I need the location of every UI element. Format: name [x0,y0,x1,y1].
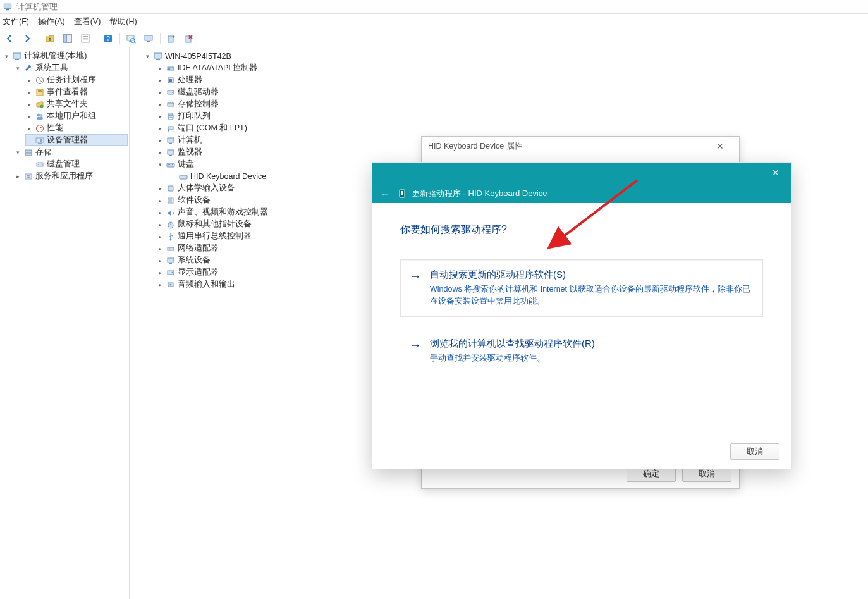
tree-shared-folders[interactable]: ▸ 共享文件夹 [25,98,128,110]
network-adapter-icon [166,244,176,254]
properties-titlebar[interactable]: HID Keyboard Device 属性 ✕ [422,137,739,156]
device-category[interactable]: ▸磁盘驱动器 [156,86,867,98]
expand-icon[interactable]: ▸ [25,89,33,96]
collapse-icon[interactable]: ▾ [3,52,10,60]
svg-rect-66 [169,248,170,249]
wizard-option-auto-search[interactable]: → 自动搜索更新的驱动程序软件(S) Windows 将搜索你的计算机和 Int… [400,259,763,317]
expand-icon[interactable]: ▸ [156,245,164,252]
expand-icon[interactable]: ▸ [156,113,164,120]
tree-label: HID Keyboard Device [190,172,266,181]
tree-device-manager[interactable]: · 设备管理器 [25,134,128,146]
device-category[interactable]: ▸处理器 [156,74,867,86]
tree-task-scheduler[interactable]: ▸ 任务计划程序 [25,74,128,86]
menu-view[interactable]: 查看(V) [74,16,101,27]
expand-icon[interactable]: ▸ [156,281,164,288]
expand-icon[interactable]: ▸ [156,185,164,192]
device-category[interactable]: ▸IDE ATA/ATAPI 控制器 [156,62,867,74]
wizard-close-button[interactable]: ✕ [766,166,786,179]
uninstall-device-button[interactable] [181,32,197,46]
svg-rect-22 [38,90,42,92]
device-manager-icon [35,135,45,145]
expand-icon[interactable]: ▸ [25,125,33,132]
users-icon [35,111,45,121]
expand-icon[interactable]: ▸ [156,221,164,228]
nav-back-button[interactable] [1,32,18,46]
expand-icon[interactable]: ▸ [156,101,164,108]
expand-icon[interactable]: ▸ [156,269,164,276]
titlebar: 计算机管理 [0,0,868,14]
expand-icon[interactable]: ▸ [156,137,164,144]
tree-performance[interactable]: ▸ 性能 [25,122,128,134]
svg-rect-19 [15,59,19,60]
tree-services-apps[interactable]: ▸ 服务和应用程序 [14,170,128,182]
expand-icon[interactable]: ▸ [156,125,164,132]
up-level-button[interactable] [42,32,58,46]
svg-rect-67 [168,258,174,262]
scan-hardware-button[interactable] [123,32,139,46]
expand-icon[interactable]: ▸ [156,233,164,240]
cpu-icon [166,75,176,85]
expand-icon[interactable]: ▸ [156,65,164,72]
expand-icon[interactable]: ▸ [25,113,33,120]
monitor-icon [166,147,176,157]
device-category[interactable]: ▸打印队列 [156,110,867,122]
device-root[interactable]: ▾ WIN-405P4I5T42B [144,50,867,62]
menu-file[interactable]: 文件(F) [3,16,29,27]
menu-help[interactable]: 帮助(H) [109,16,137,27]
tree-label: 计算机管理(本地) [24,51,87,61]
device-category[interactable]: ▸存储控制器 [156,98,867,110]
wizard-option-browse-computer[interactable]: → 浏览我的计算机以查找驱动程序软件(R) 手动查找并安装驱动程序软件。 [400,328,763,374]
expand-icon[interactable]: ▸ [156,197,164,204]
tree-local-users[interactable]: ▸ 本地用户和组 [25,110,128,122]
svg-rect-54 [169,155,172,156]
wizard-back-button[interactable]: ← [379,188,391,201]
device-category[interactable]: ▸端口 (COM 和 LPT) [156,122,867,134]
svg-rect-56 [168,164,169,165]
expand-icon[interactable]: ▸ [25,101,33,108]
collapse-icon[interactable]: ▾ [156,161,164,168]
expand-icon[interactable]: ▸ [156,257,164,264]
usb-icon [166,232,176,242]
management-tree[interactable]: ▾ 计算机管理(本地) ▾ [1,50,128,182]
svg-rect-43 [169,79,172,82]
show-hide-tree-button[interactable] [59,32,76,46]
monitor-icon-button[interactable] [140,32,157,46]
expand-icon[interactable]: ▸ [25,77,33,84]
svg-rect-29 [38,143,42,144]
menu-action[interactable]: 操作(A) [38,16,65,27]
properties-button[interactable] [77,32,94,46]
wrench-icon [23,63,34,73]
tree-label: 存储控制器 [178,99,219,109]
event-viewer-icon [35,87,45,97]
tree-label: 系统工具 [35,63,68,73]
toolbar-separator [158,32,162,46]
tree-system-tools[interactable]: ▾ 系统工具 [14,62,128,74]
collapse-icon[interactable]: ▾ [144,52,151,60]
expand-icon[interactable]: ▸ [156,209,164,216]
clock-icon [35,75,45,85]
svg-rect-30 [40,139,42,142]
collapse-icon[interactable]: ▾ [14,149,21,156]
expand-icon[interactable]: ▸ [156,77,164,84]
computer-node-icon [166,135,176,145]
tree-storage[interactable]: ▾ 存储 [14,146,128,158]
computer-management-icon [12,51,22,61]
properties-title-text: HID Keyboard Device 属性 [428,141,523,152]
svg-rect-14 [145,35,152,40]
expand-icon[interactable]: ▸ [14,173,21,180]
toolbar: ? [0,30,868,47]
tree-root[interactable]: ▾ 计算机管理(本地) [3,50,128,62]
wizard-cancel-button[interactable]: 取消 [730,443,779,460]
collapse-icon[interactable]: ▾ [14,65,21,72]
arrow-right-icon: → [410,338,421,352]
close-button[interactable]: ✕ [707,141,733,151]
tree-disk-management[interactable]: · 磁盘管理 [25,158,128,170]
disk-drive-icon [166,87,176,97]
nav-forward-button[interactable] [19,32,35,46]
expand-icon[interactable]: ▸ [156,149,164,156]
update-driver-button[interactable] [163,32,180,46]
arrow-right-icon: → [410,269,421,283]
expand-icon[interactable]: ▸ [156,89,164,96]
help-button[interactable]: ? [100,32,116,46]
tree-event-viewer[interactable]: ▸ 事件查看器 [25,86,128,98]
